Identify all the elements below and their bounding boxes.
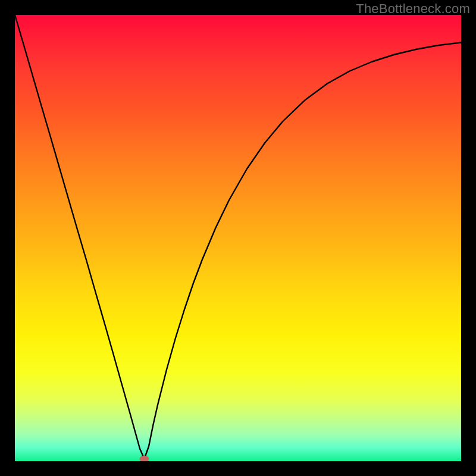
chart-frame: { "watermark": "TheBottleneck.com", "col… (0, 0, 476, 476)
bottleneck-curve (15, 15, 461, 459)
curve-layer (15, 15, 461, 461)
minimum-marker (140, 456, 149, 461)
plot-area (15, 15, 461, 461)
